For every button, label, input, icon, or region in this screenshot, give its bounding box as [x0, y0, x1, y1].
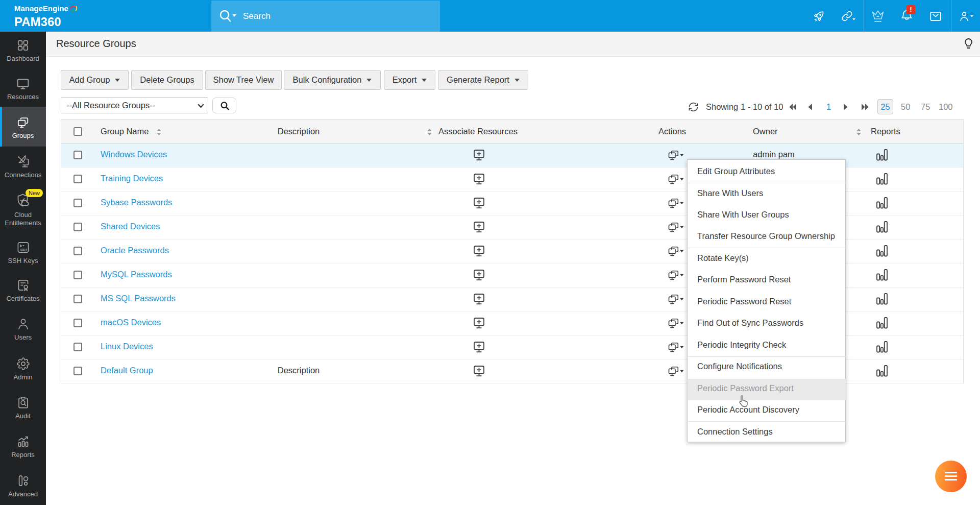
svg-text:SSH: SSH — [20, 248, 27, 251]
